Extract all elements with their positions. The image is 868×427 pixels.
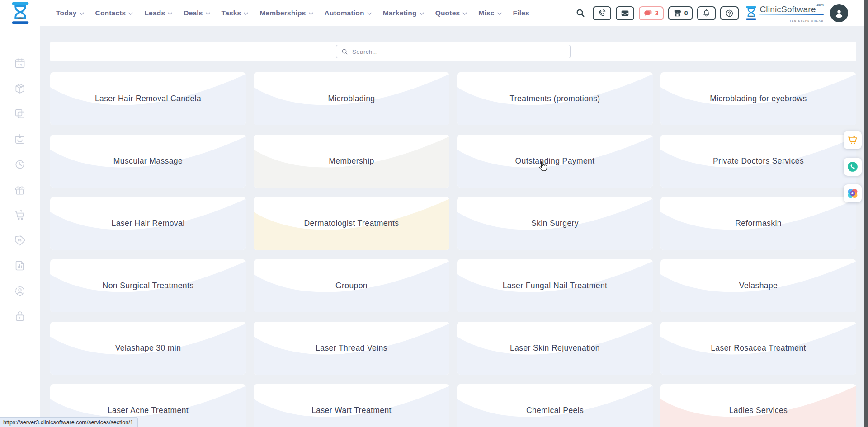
service-card-label: Laser Hair Removal Candela [95,94,201,103]
nav-item-contacts[interactable]: Contacts [95,9,133,17]
phone-button[interactable] [593,6,611,20]
ai-fab[interactable]: AI [844,184,862,202]
ai-icon: AI [847,188,859,199]
floating-actions: AI [844,131,862,202]
service-card-label: Ladies Services [729,406,788,415]
service-card-label: Laser Fungal Nail Treatment [503,281,608,291]
notifications-button[interactable] [697,6,716,20]
search-input[interactable] [352,48,565,55]
service-card[interactable]: Reformaskin [660,197,856,250]
nav-item-deals[interactable]: Deals [184,9,210,17]
service-card-label: Velashape [739,281,778,291]
sidebar-calendar-import-icon[interactable] [14,133,26,145]
main-content: Laser Hair Removal CandelaMicrobladingTr… [40,26,868,427]
service-card-label: Microblading for eyebrows [710,94,807,103]
nav-item-files[interactable]: Files [513,9,529,17]
user-avatar[interactable] [830,4,848,22]
brand-logo[interactable]: ClinicSoftware.com TEN STEPS AHEAD [745,3,824,23]
sidebar-history-icon[interactable] [14,159,26,170]
service-card-label: Laser Wart Treatment [311,406,392,415]
sidebar-voucher-icon[interactable] [14,235,26,246]
brand-tagline: TEN STEPS AHEAD [760,14,824,23]
cart-fab[interactable] [844,131,862,149]
pos-badge: 0 [684,9,688,17]
service-card[interactable]: Skin Surgery [457,197,653,250]
nav-item-label: Memberships [259,9,306,17]
nav-item-today[interactable]: Today [56,9,84,17]
service-card[interactable]: Laser Fungal Nail Treatment [457,259,653,312]
inbox-button[interactable] [616,6,634,20]
service-card[interactable]: Microblading for eyebrows [660,72,856,125]
service-card[interactable]: Laser Wart Treatment [254,384,449,427]
scrollbar[interactable] [864,0,868,427]
search-icon[interactable] [576,8,585,18]
chevron-down-icon [244,12,248,15]
chevron-down-icon [80,12,84,15]
service-card[interactable]: Laser Skin Rejuvenation [457,322,653,375]
service-card[interactable]: Ladies Services [660,384,856,427]
sidebar-report-icon[interactable] [14,260,26,272]
help-button[interactable] [720,6,739,20]
nav-item-label: Automation [325,9,364,17]
service-card[interactable]: Membership [254,135,449,188]
service-card[interactable]: Laser Rosacea Treatment [660,322,856,375]
service-card-label: Muscular Massage [113,156,183,166]
service-card-label: Dermatologist Treatments [304,219,399,228]
service-card[interactable]: Muscular Massage [50,135,246,188]
service-card[interactable]: Velashape 30 min [50,322,246,375]
nav-item-tasks[interactable]: Tasks [222,9,249,17]
service-card[interactable]: Outstanding Payment [457,135,653,188]
service-card[interactable]: Laser Thread Veins [254,322,449,375]
nav-item-automation[interactable]: Automation [325,9,372,17]
search-bar [50,42,856,61]
nav-item-marketing[interactable]: Marketing [383,9,424,17]
question-icon [725,9,734,18]
nav-item-label: Contacts [95,9,126,17]
sidebar-calendar-icon[interactable]: 12 [14,57,26,69]
service-card[interactable]: Laser Hair Removal Candela [50,72,246,125]
service-card[interactable]: Private Doctors Services [660,135,856,188]
service-card-label: Skin Surgery [531,219,579,228]
sidebar-cart-icon[interactable] [14,209,26,221]
app-logo-icon[interactable] [10,2,31,24]
service-card[interactable]: Microblading [254,72,449,125]
nav-item-label: Deals [184,9,203,17]
svg-text:AI: AI [851,192,854,195]
chat-button[interactable]: 3 [639,6,664,20]
service-card-label: Laser Skin Rejuvenation [510,343,600,353]
svg-text:12: 12 [18,63,22,67]
search-input-wrapper[interactable] [336,45,571,58]
service-card-label: Microblading [328,94,375,103]
service-card-label: Laser Thread Veins [316,343,387,353]
sidebar-gift-icon[interactable] [14,184,26,196]
nav-item-memberships[interactable]: Memberships [259,9,313,17]
service-card[interactable]: Laser Hair Removal [50,197,246,250]
top-header: TodayContactsLeadsDealsTasksMembershipsA… [0,0,868,26]
nav-item-leads[interactable]: Leads [144,9,172,17]
nav-item-quotes[interactable]: Quotes [435,9,467,17]
service-card-label: Treatments (promotions) [509,94,600,103]
header-actions: 3 0 ClinicSoftware.com TEN STEPS AHEAD [576,0,848,26]
service-card-label: Membership [329,156,374,166]
service-card[interactable]: Treatments (promotions) [457,72,653,125]
service-card[interactable]: Dermatologist Treatments [254,197,449,250]
whatsapp-fab[interactable] [844,158,862,176]
service-card-label: Chemical Peels [526,406,584,415]
sidebar-package-icon[interactable] [14,83,26,94]
sidebar-lock-icon[interactable] [14,310,26,322]
person-icon [833,7,845,19]
nav-item-misc[interactable]: Misc [478,9,501,17]
pos-button[interactable]: 0 [668,6,693,20]
sidebar-copy-icon[interactable] [14,108,26,120]
service-card[interactable]: Groupon [254,259,449,312]
service-card[interactable]: Velashape [660,259,856,312]
services-grid: Laser Hair Removal CandelaMicrobladingTr… [50,72,856,427]
brand-name: ClinicSoftware [760,5,816,14]
service-card[interactable]: Chemical Peels [457,384,653,427]
sidebar-account-icon[interactable] [14,285,26,297]
cart-orange-icon [847,134,859,146]
service-card[interactable]: Non Surgical Treatments [50,259,246,312]
nav-item-label: Leads [144,9,165,17]
main-nav: TodayContactsLeadsDealsTasksMembershipsA… [56,0,529,26]
service-card-label: Groupon [335,281,368,291]
